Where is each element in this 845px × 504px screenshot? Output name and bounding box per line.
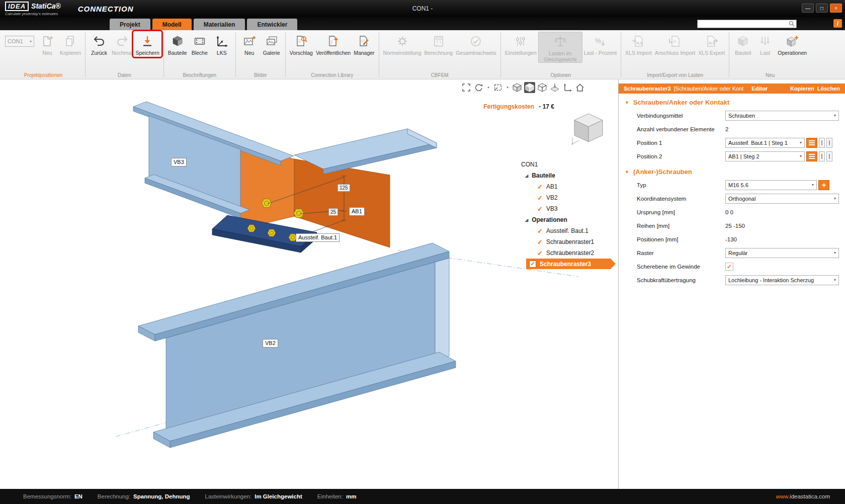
position2-dropdown[interactable]: AB1 | Steg 2 ▾ (725, 151, 805, 161)
fit-view-icon[interactable] (461, 82, 472, 93)
tab-entwickler[interactable]: Entwickler (247, 19, 297, 30)
labels-plates-button[interactable]: Bleche (189, 32, 211, 56)
new-operation-button[interactable]: Operationen (776, 32, 808, 56)
status-design-code[interactable]: Bemessungsnorm: EN (23, 493, 82, 499)
label-vb2[interactable]: VB2 (263, 339, 278, 348)
position2-plate-list-button[interactable] (806, 151, 817, 161)
tab-projekt[interactable]: Projekt (110, 19, 150, 30)
undo-button[interactable]: Zurück (88, 32, 110, 56)
3d-viewport[interactable]: ▾ ▾ Fertigungskosten - 17 € VB3 AB1 Auss… (0, 79, 618, 489)
positionen-value[interactable]: -130 (725, 236, 737, 242)
home-view-icon[interactable] (574, 82, 585, 93)
bolt-type-dropdown[interactable]: M16 5.6 ▾ (725, 180, 817, 190)
new-project-item-button[interactable]: Neu (36, 32, 58, 56)
info-badge[interactable]: i (833, 19, 842, 28)
gallery-button[interactable]: Galerie (261, 32, 283, 56)
copy-project-item-button[interactable]: Kopieren (58, 32, 82, 56)
status-load-effects[interactable]: Lasteinwirkungen: Im Gleichgewicht (205, 493, 302, 499)
tree-group-bauteile[interactable]: ◢ Bauteile (518, 170, 618, 181)
work-plane-icon[interactable] (549, 82, 560, 93)
tree-item-schraubenraster3-selected[interactable]: ✓ Schraubenraster3 (526, 259, 616, 269)
3d-connection-model[interactable] (0, 79, 618, 489)
copy-operation-button[interactable]: Kopieren (790, 86, 814, 92)
section-schrauben-anker[interactable]: ▼ Schrauben/Anker oder Kontakt (619, 94, 845, 109)
tree-root-con1[interactable]: CON1 (518, 159, 618, 170)
tree-item-ab1[interactable]: ✓ AB1 (518, 181, 618, 192)
new-load-button[interactable]: Last (754, 32, 776, 56)
add-bolt-type-button[interactable]: + (818, 180, 829, 190)
navigation-cube[interactable] (568, 111, 609, 149)
status-units[interactable]: Einheiten: mm (317, 493, 357, 499)
tree-group-operationen[interactable]: ◢ Operationen (518, 214, 618, 225)
label-ab1[interactable]: AB1 (349, 207, 365, 216)
rotate-view-icon[interactable] (473, 82, 484, 93)
tree-item-schraubenraster2[interactable]: ✓ Schraubenraster2 (518, 247, 618, 259)
labels-lcs-button[interactable]: LKS (211, 32, 233, 56)
reihen-value[interactable]: 25 -150 (725, 223, 745, 229)
xls-import-button[interactable]: XLS XLS Import (624, 32, 653, 56)
new-member-button[interactable]: Bauteil (732, 32, 754, 56)
view-shaded-icon[interactable] (512, 82, 523, 93)
scherebene-checkbox-checked[interactable]: ✓ (725, 263, 733, 271)
label-stiffener[interactable]: Aussteif. Baut.1 (296, 233, 340, 242)
code-setup-button[interactable]: Normeinstellung (382, 32, 423, 56)
tree-item-vb3[interactable]: ✓ VB3 (518, 203, 618, 214)
tab-modell[interactable]: Modell (152, 19, 192, 30)
beam-vb2[interactable] (138, 243, 456, 448)
tree-item-aussteif-baut1[interactable]: ✓ Aussteif. Baut.1 (518, 225, 618, 236)
close-button[interactable]: × (830, 4, 842, 13)
loads-in-equilibrium-button[interactable]: Lasten im Gleichgewicht (538, 32, 582, 63)
tree-item-schraubenraster1[interactable]: ✓ Schraubenraster1 (518, 236, 618, 247)
position1-plate-list-button[interactable] (806, 138, 817, 148)
koordinatensystem-dropdown[interactable]: Orthogonal ▾ (725, 194, 839, 204)
propose-button[interactable]: Vorschlag (288, 32, 314, 56)
website-link[interactable]: www.ideastatica.com (776, 493, 830, 499)
check-icon[interactable]: ✓ (537, 227, 543, 235)
check-icon[interactable]: ✓ (537, 194, 543, 202)
search-input[interactable] (698, 21, 789, 27)
chevron-down-icon[interactable]: ▾ (486, 82, 491, 93)
xls-export-button[interactable]: XLS XLS Export (697, 32, 726, 56)
check-icon[interactable]: ✓ (537, 183, 543, 191)
chevron-down-icon[interactable]: ▾ (505, 82, 510, 93)
view-wireframe-icon[interactable] (537, 82, 548, 93)
checkbox-checked-icon[interactable]: ✓ (529, 261, 536, 268)
calculate-button[interactable]: Berechnung (422, 32, 454, 56)
save-button[interactable]: Speichern (134, 32, 160, 56)
view-solid-icon[interactable] (524, 82, 535, 93)
new-picture-button[interactable]: Neu (238, 32, 261, 56)
position2-detail-button[interactable] (819, 151, 825, 161)
raster-dropdown[interactable]: Regulär ▾ (725, 248, 839, 258)
section-box-icon[interactable] (492, 82, 503, 93)
minimize-button[interactable]: — (802, 4, 814, 13)
manager-button[interactable]: Manager (352, 32, 376, 56)
position1-extra-button[interactable] (826, 138, 832, 148)
tree-item-vb2[interactable]: ✓ VB2 (518, 192, 618, 203)
editor-button[interactable]: Editor (751, 86, 768, 92)
settings-button[interactable]: Einstellungen (503, 32, 538, 56)
position1-dropdown[interactable]: Aussteif. Baut.1 | Steg 1 ▾ (725, 138, 805, 148)
labels-members-button[interactable]: Bauteile (166, 32, 189, 56)
tab-materialien[interactable]: Materialien (194, 19, 245, 30)
section-anker-schrauben[interactable]: ▼ (Anker-)Schrauben (619, 163, 845, 178)
position1-detail-button[interactable] (819, 138, 825, 148)
load-percent-button[interactable]: % Last - Prozent (582, 32, 618, 56)
anzahl-value[interactable]: 2 (725, 126, 728, 132)
redo-button[interactable]: Nochmal (110, 32, 134, 56)
status-analysis-type[interactable]: Berechnung: Spannung, Dehnung (98, 493, 190, 499)
project-position-combo[interactable]: CON1 ▾ (5, 36, 34, 47)
search-box[interactable] (697, 20, 797, 28)
overall-check-button[interactable]: Gesamtnachweis (454, 32, 498, 56)
ursprung-value[interactable]: 0 0 (725, 209, 733, 215)
schubkraft-dropdown[interactable]: Lochleibung - Interaktion Scherzug ▾ (725, 275, 839, 285)
check-icon[interactable]: ✓ (537, 249, 543, 257)
connection-import-button[interactable]: Anschluss Import (653, 32, 697, 56)
maximize-button[interactable]: □ (816, 4, 828, 13)
check-icon[interactable]: ✓ (537, 238, 543, 246)
publish-button[interactable]: Veröffentlichen (314, 32, 352, 56)
position2-extra-button[interactable] (826, 151, 832, 161)
delete-operation-button[interactable]: Löschen (817, 86, 840, 92)
verbindungsmittel-dropdown[interactable]: Schrauben ▾ (725, 111, 839, 121)
check-icon[interactable]: ✓ (537, 205, 543, 213)
label-vb3[interactable]: VB3 (171, 158, 187, 166)
